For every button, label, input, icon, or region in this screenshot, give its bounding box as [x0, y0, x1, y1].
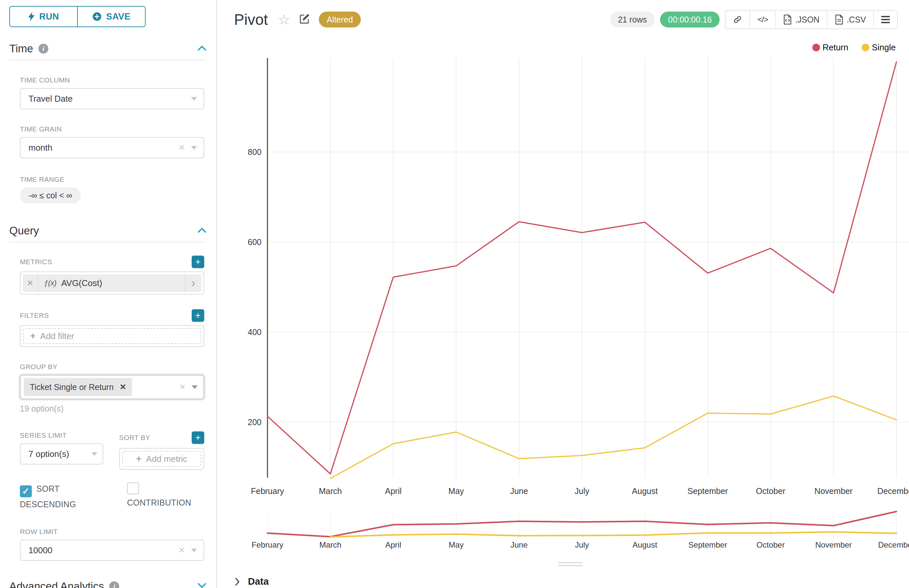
remove-metric-icon[interactable]: ✕	[23, 275, 38, 292]
sort-descending-checkbox-checked[interactable]: ✓	[20, 485, 32, 497]
query-duration-pill: 00:00:00.16	[660, 11, 720, 27]
svg-text:800: 800	[248, 147, 262, 157]
code-icon: </>	[757, 15, 768, 24]
time-grain-value: month	[29, 143, 52, 153]
export-json-button[interactable]: .JSON	[775, 11, 827, 29]
svg-text:June: June	[510, 540, 528, 549]
query-section-header: Query	[9, 225, 206, 237]
info-icon: i	[39, 44, 48, 53]
clear-icon[interactable]: ✕	[179, 383, 186, 392]
svg-text:February: February	[252, 540, 283, 549]
chevron-down-icon	[91, 452, 97, 456]
group-by-label: GROUP BY	[20, 363, 204, 371]
edit-properties-icon[interactable]	[299, 13, 310, 26]
link-icon	[733, 15, 742, 24]
sort-by-label: SORT BY	[119, 434, 150, 442]
add-metric-button[interactable]: +	[192, 255, 204, 268]
time-section-header: Time i	[9, 42, 206, 55]
altered-badge[interactable]: Altered	[319, 11, 361, 27]
svg-text:October: October	[756, 540, 785, 549]
chevron-down-icon	[191, 549, 197, 552]
function-icon: ƒ(x)	[44, 279, 57, 288]
chart-menu-button[interactable]	[873, 11, 897, 29]
group-by-select[interactable]: Ticket Single or Return ✕ ✕	[20, 375, 204, 399]
metric-pill[interactable]: ✕ ƒ(x) AVG(Cost) ›	[23, 275, 201, 292]
explore-page: RUN SAVE Time i TIME COLUMN Travel Date	[0, 0, 909, 588]
export-csv-label: .CSV	[847, 15, 866, 24]
copy-link-button[interactable]	[726, 11, 749, 29]
svg-text:600: 600	[248, 237, 262, 247]
add-sort-metric-button[interactable]: +	[192, 431, 204, 444]
time-column-value: Travel Date	[29, 94, 73, 104]
resize-drag-handle[interactable]	[558, 562, 583, 568]
info-icon: i	[109, 582, 119, 588]
export-json-label: .JSON	[795, 15, 820, 24]
time-column-select[interactable]: Travel Date	[20, 88, 204, 109]
file-code-icon	[783, 15, 792, 24]
svg-text:July: July	[575, 486, 589, 496]
series-limit-select[interactable]: 7 option(s)	[20, 443, 103, 465]
chevron-right-icon	[235, 577, 240, 586]
svg-text:March: March	[319, 486, 342, 496]
collapse-query-button[interactable]	[198, 227, 206, 234]
favorite-star-icon[interactable]: ☆	[278, 11, 290, 28]
chevron-right-icon[interactable]: ›	[185, 275, 201, 292]
svg-text:200: 200	[248, 417, 262, 427]
time-title-text: Time	[9, 42, 33, 55]
chart-header: Pivot ☆ Altered 21 rows 00:00:00.16	[234, 10, 898, 29]
clear-icon[interactable]: ✕	[178, 143, 185, 152]
page-title: Pivot	[234, 11, 268, 29]
chevron-up-icon	[198, 227, 206, 233]
metric-control: ✕ ƒ(x) AVG(Cost) ›	[20, 271, 204, 295]
svg-text:April: April	[385, 540, 401, 549]
expand-advanced-analytics-button[interactable]	[198, 583, 206, 588]
line-chart[interactable]: 200400600800FebruaryFebruaryMarchMarchAp…	[218, 40, 909, 551]
data-panel-toggle[interactable]: Data	[235, 576, 269, 587]
svg-text:December: December	[877, 486, 909, 496]
time-section-title: Time i	[9, 42, 48, 55]
advanced-analytics-header: Advanced Analytics i	[9, 580, 206, 588]
svg-text:June: June	[510, 486, 528, 496]
remove-tag-icon[interactable]: ✕	[119, 383, 126, 392]
row-limit-select[interactable]: 10000 ✕	[20, 540, 204, 561]
file-text-icon	[835, 15, 843, 24]
metrics-label: METRICS	[20, 258, 52, 266]
chart-panel: Pivot ☆ Altered 21 rows 00:00:00.16	[218, 0, 909, 588]
advanced-analytics-title: Advanced Analytics i	[9, 580, 119, 588]
svg-text:May: May	[449, 540, 463, 549]
svg-text:400: 400	[248, 328, 262, 337]
contribution-option[interactable]: CONTRIBUTION	[127, 482, 204, 511]
svg-text:April: April	[385, 486, 402, 496]
run-save-button-group: RUN SAVE	[9, 6, 146, 27]
chevron-down-icon	[191, 97, 197, 101]
time-range-value: -∞ ≤ col < ∞	[29, 191, 72, 200]
chevron-down-icon	[198, 583, 206, 588]
run-button[interactable]: RUN	[10, 6, 77, 26]
group-by-tag-label: Ticket Single or Return	[30, 383, 113, 392]
time-range-pill[interactable]: -∞ ≤ col < ∞	[20, 187, 81, 203]
sort-descending-option[interactable]: ✓SORT DESCENDING	[20, 482, 107, 511]
chevron-down-icon	[191, 146, 197, 150]
filters-label: FILTERS	[20, 312, 49, 320]
bolt-icon	[28, 12, 35, 21]
add-sort-metric-dropzone[interactable]: + Add metric	[122, 451, 202, 467]
svg-text:November: November	[815, 540, 852, 549]
row-limit-value: 10000	[29, 545, 52, 556]
add-filter-dropzone[interactable]: + Add filter	[23, 328, 201, 344]
run-button-label: RUN	[39, 11, 59, 22]
save-button[interactable]: SAVE	[77, 6, 145, 26]
export-toolbar: </> .JSON .CSV	[725, 10, 898, 29]
export-csv-button[interactable]: .CSV	[827, 11, 873, 29]
collapse-time-button[interactable]	[198, 45, 206, 52]
clear-icon[interactable]: ✕	[178, 546, 185, 555]
save-button-label: SAVE	[106, 11, 131, 22]
contribution-checkbox-unchecked[interactable]	[127, 482, 139, 494]
svg-text:August: August	[633, 540, 657, 549]
plus-circle-icon	[92, 12, 102, 21]
time-grain-select[interactable]: month ✕	[20, 137, 204, 158]
advanced-analytics-text: Advanced Analytics	[9, 580, 104, 588]
view-query-button[interactable]: </>	[749, 11, 775, 29]
add-filter-button[interactable]: +	[192, 309, 204, 322]
section-divider	[9, 60, 206, 60]
svg-text:November: November	[814, 486, 852, 496]
